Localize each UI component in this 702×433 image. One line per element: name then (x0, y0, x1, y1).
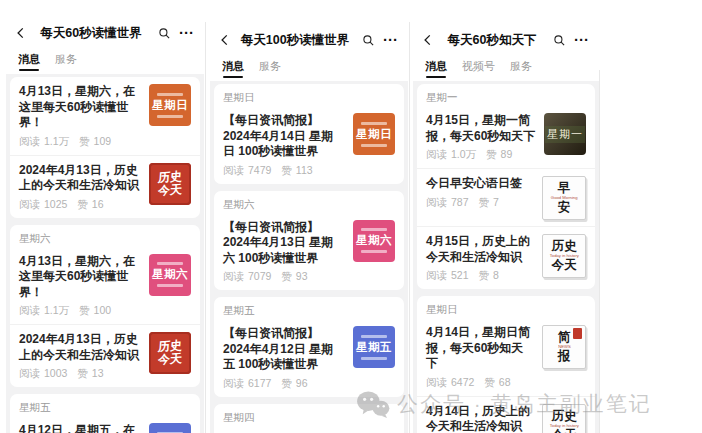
article-item[interactable]: 4月15日，星期一简报，每天60秒知天下阅读1.0万赞89星期一 (417, 106, 595, 168)
stat-text: 96 (296, 377, 308, 391)
article-thumbnail[interactable]: 历史今天 (149, 163, 191, 205)
stat-text: 阅读 (426, 196, 447, 210)
phone-screenshot: 每天60秒知天下 ··· 消息视频号服务 星期一4月15日，星期一简报，每天60… (413, 0, 599, 433)
tab-active[interactable]: 消息 (425, 59, 447, 74)
search-icon[interactable] (158, 27, 171, 40)
stat-text: 阅读 (223, 270, 244, 284)
thumbnail-text: 今天 (552, 429, 577, 433)
account-title: 每天60秒知天下 (435, 32, 549, 49)
back-icon[interactable] (421, 33, 435, 47)
tab-active[interactable]: 消息 (222, 59, 244, 74)
article-item[interactable]: 【每日资讯简报】2024年4月12日 星期五 100秒读懂世界阅读6177赞96… (214, 319, 404, 397)
article-item[interactable]: 4月14日，历史上的今天和生活冷知识阅读436赞8历史Today in hist… (417, 396, 595, 433)
back-icon[interactable] (14, 26, 28, 40)
panel-divider (599, 70, 600, 433)
stat-text: 1.1万 (44, 304, 69, 318)
article-item[interactable]: 【每日资讯简报】2024年4月14日 星期日 100秒读懂世界阅读7479赞11… (214, 106, 404, 184)
article-item[interactable]: 【每日资讯简报】2024年4月11日 星期四 100秒读懂世界阅读8664赞11… (214, 426, 404, 433)
article-item[interactable]: 4月13日，星期六，在这里每天60秒读懂世界！阅读1.1万赞109星期日 (10, 77, 200, 155)
article-text: 4月14日，星期日简报，每天60秒知天下阅读6472赞68 (426, 325, 542, 390)
search-icon[interactable] (362, 34, 375, 47)
search-icon[interactable] (553, 34, 566, 47)
article-thumbnail[interactable]: 星期一 (544, 113, 586, 155)
article-thumbnail[interactable]: 星期五 (149, 423, 191, 433)
panel-divider (205, 22, 206, 433)
article-stats: 阅读787赞7 (426, 196, 534, 210)
stat-text: 赞 (486, 148, 497, 162)
tab-active[interactable]: 消息 (18, 52, 40, 67)
tab-inactive[interactable]: 服务 (510, 59, 532, 74)
article-thumbnail[interactable]: 早Good Morning安 (542, 176, 586, 220)
article-title: 4月13日，星期六，在这里每天60秒读懂世界！ (19, 84, 141, 131)
stat-text: 521 (451, 269, 469, 283)
tab-inactive[interactable]: 服务 (55, 52, 77, 67)
article-item[interactable]: 2024年4月13日，历史上的今天和生活冷知识阅读1025赞16历史今天 (10, 155, 200, 218)
thumbnail-text: 历史 (552, 240, 577, 253)
stat-text: 7479 (248, 164, 271, 178)
article-thumbnail[interactable]: 星期六 (353, 220, 395, 262)
article-text: 【每日资讯简报】2024年4月14日 星期日 100秒读懂世界阅读7479赞11… (223, 113, 353, 178)
stat-text: 7 (493, 196, 499, 210)
stat-text: 赞 (79, 304, 90, 318)
thumbnail-text: 今天 (157, 183, 182, 198)
stat-text: 13 (92, 367, 104, 381)
stat-text: 阅读 (19, 198, 40, 212)
stat-text: 赞 (77, 367, 88, 381)
thumbnail-text: 星期六 (356, 233, 392, 248)
article-title: 2024年4月13日，历史上的今天和生活冷知识 (19, 332, 141, 363)
article-stats: 阅读1.0万赞89 (426, 148, 536, 162)
article-item[interactable]: 4月14日，星期日简报，每天60秒知天下阅读6472赞68简NEWS报 (417, 318, 595, 396)
article-thumbnail[interactable]: 简NEWS报 (542, 325, 586, 369)
article-thumbnail[interactable]: 星期五 (353, 326, 395, 368)
stat-text: 6472 (451, 376, 474, 390)
article-text: 4月15日，历史上的今天和生活冷知识阅读521赞8 (426, 234, 542, 283)
article-item[interactable]: 4月15日，历史上的今天和生活冷知识阅读521赞8历史Today in hist… (417, 226, 595, 289)
group-label: 星期六 (214, 191, 404, 213)
composite-screenshot: 公众号 · 黄岛主副业笔记 每天60秒读懂世界 ··· 消息服务 4月13日，星… (0, 0, 702, 433)
stat-text: 阅读 (426, 148, 447, 162)
article-item[interactable]: 【每日资讯简报】2024年4月13日 星期六 100秒读懂世界阅读7079赞93… (214, 213, 404, 291)
tab-bar: 消息服务 (6, 44, 204, 74)
phone-screenshot: 每天60秒读懂世界 ··· 消息服务 4月13日，星期六，在这里每天60秒读懂世… (6, 0, 204, 433)
stat-text: 阅读 (19, 367, 40, 381)
more-icon[interactable]: ··· (381, 35, 400, 45)
stat-text: 赞 (281, 164, 292, 178)
article-stats: 阅读1003赞13 (19, 367, 141, 381)
article-thumbnail[interactable]: 星期六 (149, 254, 191, 296)
article-thumbnail[interactable]: 星期日 (353, 113, 395, 155)
tab-inactive[interactable]: 视频号 (462, 59, 495, 74)
stat-text: 100 (94, 304, 112, 318)
stat-text: 阅读 (19, 135, 40, 149)
tab-bar: 消息服务 (210, 51, 408, 81)
article-thumbnail[interactable]: 历史Today in history今天 (542, 404, 586, 433)
article-item[interactable]: 今日早安心语日签阅读787赞7早Good Morning安 (417, 168, 595, 226)
stat-text: 113 (296, 164, 313, 178)
stat-text: 赞 (77, 198, 88, 212)
group-label: 星期日 (417, 296, 595, 318)
more-icon[interactable]: ··· (572, 35, 591, 45)
article-stats: 阅读1025赞16 (19, 198, 141, 212)
article-thumbnail[interactable]: 星期日 (149, 84, 191, 126)
stat-text: 赞 (281, 377, 292, 391)
article-thumbnail[interactable]: 历史今天 (149, 332, 191, 374)
article-thumbnail[interactable]: 历史Today in history今天 (542, 234, 586, 278)
tab-inactive[interactable]: 服务 (259, 59, 281, 74)
article-title: 4月15日，历史上的今天和生活冷知识 (426, 234, 534, 265)
article-item[interactable]: 2024年4月13日，历史上的今天和生活冷知识阅读1003赞13历史今天 (10, 324, 200, 387)
article-title: 【每日资讯简报】2024年4月12日 星期五 100秒读懂世界 (223, 326, 345, 373)
back-icon[interactable] (218, 33, 232, 47)
article-stats: 阅读1.1万赞109 (19, 135, 141, 149)
stat-text: 8 (493, 269, 499, 283)
article-item[interactable]: 4月12日，星期五，在这里每天60秒读懂世界！阅读1.3万赞120星期五 (10, 416, 200, 433)
stat-text: 89 (501, 148, 513, 162)
thumbnail-text: 星期日 (152, 98, 188, 113)
account-header: 每天60秒知天下 ··· (413, 29, 599, 51)
article-text: 【每日资讯简报】2024年4月12日 星期五 100秒读懂世界阅读6177赞96 (223, 326, 353, 391)
day-group-card: 星期五【每日资讯简报】2024年4月12日 星期五 100秒读懂世界阅读6177… (214, 297, 404, 397)
stat-text: 7079 (248, 270, 271, 284)
thumbnail-text: 报 (558, 350, 571, 363)
more-icon[interactable]: ··· (177, 28, 196, 38)
article-item[interactable]: 4月13日，星期六，在这里每天60秒读懂世界！阅读1.1万赞100星期六 (10, 247, 200, 325)
day-group-card: 星期六【每日资讯简报】2024年4月13日 星期六 100秒读懂世界阅读7079… (214, 191, 404, 291)
stat-text: 赞 (281, 270, 292, 284)
